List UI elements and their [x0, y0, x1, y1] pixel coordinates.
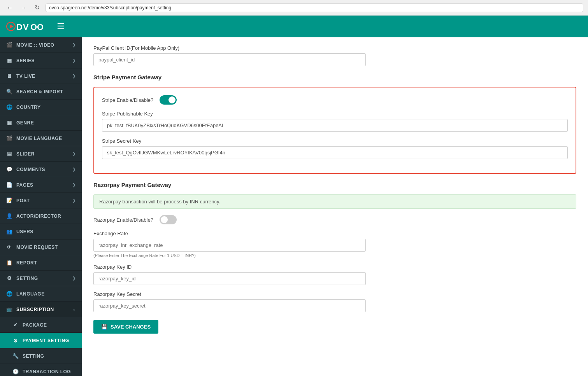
movie-video-icon: 🎬 — [6, 42, 12, 48]
country-icon: 🌐 — [6, 104, 12, 110]
sidebar-label-search-import: SEARCH & IMPORT — [16, 89, 63, 94]
sidebar-label-package: PACKAGE — [23, 322, 47, 328]
sidebar-item-country[interactable]: 🌐 COUNTRY — [0, 100, 82, 115]
sidebar-label-setting2: SETTING — [23, 353, 44, 359]
setting2-icon: 🔧 — [12, 353, 19, 359]
sidebar-label-genre: GENRE — [16, 120, 34, 126]
main-area: 🎬 MOVIE :: VIDEO ❯ ▦ SERIES ❯ 🖥 TV LIVE … — [0, 37, 588, 376]
transaction-log-icon: 🕐 — [12, 369, 19, 374]
sidebar-item-search-import[interactable]: 🔍 SEARCH & IMPORT — [0, 84, 82, 100]
chevron-icon: ❯ — [72, 58, 76, 63]
sidebar-item-tv-live[interactable]: 🖥 TV LIVE ❯ — [0, 68, 82, 84]
report-icon: 📋 — [6, 260, 12, 266]
sidebar-item-transaction-log[interactable]: 🕐 TRANSACTION LOG — [0, 364, 82, 376]
slider-icon: ▤ — [6, 151, 12, 157]
razorpay-key-secret-label: Razorpay Key Secret — [93, 291, 576, 297]
chevron-icon: ❯ — [72, 198, 76, 203]
save-changes-button[interactable]: 💾 SAVE CHANGES — [93, 320, 158, 334]
chevron-icon: ❯ — [72, 276, 76, 280]
reload-button[interactable]: ↻ — [33, 3, 42, 12]
chevron-icon: ⌄ — [72, 307, 76, 311]
razorpay-key-secret-input[interactable] — [93, 299, 366, 312]
stripe-enable-label: Stripe Enable/Disable? — [102, 97, 153, 103]
razorpay-toggle[interactable] — [160, 215, 177, 224]
comments-icon: 💬 — [6, 166, 12, 172]
sidebar-label-transaction-log: TRANSACTION LOG — [23, 369, 71, 374]
sidebar-label-series: SERIES — [16, 58, 35, 63]
back-button[interactable]: ← — [5, 3, 15, 12]
sidebar-label-pages: PAGES — [16, 182, 33, 188]
stripe-publishable-key-input[interactable] — [102, 119, 568, 132]
pages-icon: 📄 — [6, 182, 12, 188]
paypal-label: PayPal Client ID(For Mobile App Only) — [93, 45, 576, 51]
forward-button[interactable]: → — [19, 3, 29, 12]
sidebar-item-post[interactable]: 📝 POST ❯ — [0, 193, 82, 208]
sidebar-label-post: POST — [16, 198, 30, 203]
sidebar-item-subscription[interactable]: 📺 SUBSCRIPTION ⌄ — [0, 302, 82, 317]
svg-text:D: D — [16, 22, 23, 32]
app-container: D V OO ☰ 🎬 MOVIE :: VIDEO ❯ ▦ SERI — [0, 16, 588, 376]
subscription-icon: 📺 — [6, 306, 12, 312]
paypal-client-id-input[interactable] — [93, 53, 366, 66]
logo-svg: D V OO — [6, 19, 49, 33]
sidebar-label-payment-setting: PAYMENT SETTING — [23, 338, 69, 343]
stripe-publishable-key-label: Stripe Publishable Key — [102, 111, 568, 117]
sidebar-item-genre[interactable]: ▦ GENRE — [0, 115, 82, 131]
sidebar-label-movie-language: MOVIE LANGUAGE — [16, 136, 62, 141]
sidebar-item-movie-video[interactable]: 🎬 MOVIE :: VIDEO ❯ — [0, 37, 82, 53]
sidebar-item-setting2[interactable]: 🔧 SETTING — [0, 348, 82, 364]
chevron-icon: ❯ — [72, 152, 76, 156]
sidebar-item-series[interactable]: ▦ SERIES ❯ — [0, 53, 82, 68]
sidebar-item-pages[interactable]: 📄 PAGES ❯ — [0, 177, 82, 193]
chevron-icon: ❯ — [72, 43, 76, 47]
sidebar: 🎬 MOVIE :: VIDEO ❯ ▦ SERIES ❯ 🖥 TV LIVE … — [0, 37, 82, 376]
sidebar-label-country: COUNTRY — [16, 105, 40, 110]
stripe-toggle[interactable] — [160, 95, 177, 105]
package-icon: ✔ — [12, 322, 19, 328]
sidebar-label-comments: COMMENTS — [16, 167, 45, 172]
exchange-rate-input[interactable] — [93, 239, 366, 252]
save-icon: 💾 — [101, 324, 107, 330]
sidebar-item-setting[interactable]: ⚙ SETTING ❯ — [0, 271, 82, 286]
stripe-publishable-key-group: Stripe Publishable Key — [102, 111, 568, 132]
series-icon: ▦ — [6, 58, 12, 63]
razorpay-key-id-input[interactable] — [93, 272, 366, 285]
sidebar-item-users[interactable]: 👥 USERS — [0, 224, 82, 240]
razorpay-toggle-slider — [160, 215, 177, 224]
stripe-secret-key-input[interactable] — [102, 146, 568, 159]
razorpay-toggle-row: Razorpay Enable/Disable? — [93, 215, 576, 224]
sidebar-label-subscription: SUBSCRIPTION — [16, 307, 54, 312]
sidebar-item-movie-request[interactable]: ✈ MOVIE REQUEST — [0, 240, 82, 255]
sidebar-item-payment-setting[interactable]: $ PAYMENT SETTING — [0, 333, 82, 348]
sidebar-label-setting: SETTING — [16, 276, 38, 281]
exchange-rate-label: Exchange Rate — [93, 231, 576, 236]
sidebar-label-slider: SLIDER — [16, 151, 35, 157]
sidebar-item-report[interactable]: 📋 REPORT — [0, 255, 82, 271]
sidebar-item-language[interactable]: 🌐 LANGUAGE — [0, 286, 82, 302]
content-inner: PayPal Client ID(For Mobile App Only) St… — [82, 37, 588, 376]
sidebar-item-movie-language[interactable]: 🎬 MOVIE LANGUAGE — [0, 131, 82, 146]
tv-live-icon: 🖥 — [6, 73, 12, 79]
chevron-icon: ❯ — [72, 74, 76, 78]
sidebar-item-actor-director[interactable]: 👤 ACTOR/DIRECTOR — [0, 208, 82, 224]
paypal-section: PayPal Client ID(For Mobile App Only) — [93, 45, 576, 66]
url-bar[interactable] — [46, 3, 583, 12]
save-button-label: SAVE CHANGES — [111, 324, 151, 330]
language-icon: 🌐 — [6, 291, 12, 297]
payment-setting-icon: $ — [12, 338, 19, 343]
actor-icon: 👤 — [6, 213, 12, 219]
hamburger-button[interactable]: ☰ — [57, 21, 65, 31]
content-area: PayPal Client ID(For Mobile App Only) St… — [82, 37, 588, 376]
app-header: D V OO ☰ — [0, 16, 588, 37]
users-icon: 👥 — [6, 229, 12, 234]
svg-marker-1 — [10, 24, 14, 28]
sidebar-label-language: LANGUAGE — [16, 291, 45, 297]
razorpay-info-box: Razorpay transaction will be process by … — [93, 194, 576, 209]
razorpay-enable-label: Razorpay Enable/Disable? — [93, 217, 153, 223]
sidebar-item-package[interactable]: ✔ PACKAGE — [0, 317, 82, 333]
svg-text:V: V — [23, 22, 29, 32]
sidebar-label-users: USERS — [16, 229, 33, 234]
stripe-section-title: Stripe Payment Gateway — [93, 74, 576, 80]
sidebar-item-slider[interactable]: ▤ SLIDER ❯ — [0, 146, 82, 162]
sidebar-item-comments[interactable]: 💬 COMMENTS ❯ — [0, 162, 82, 177]
